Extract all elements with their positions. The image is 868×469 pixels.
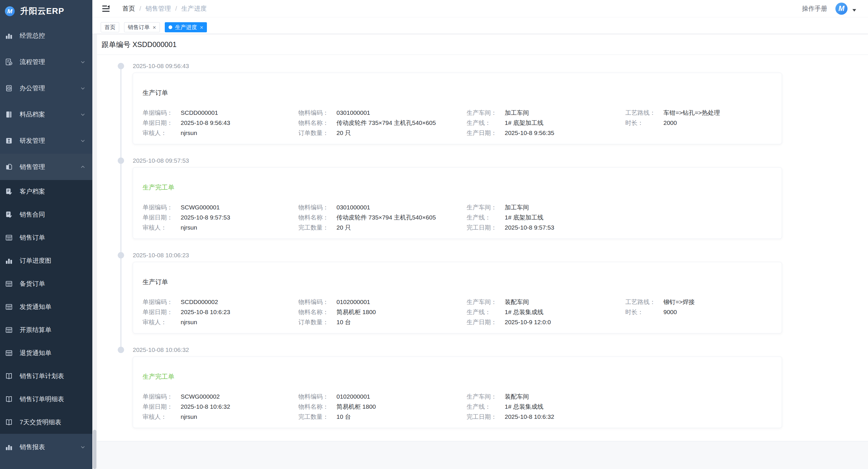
card-column: 工艺路线：铆钉=>焊接时长：9000 bbox=[625, 297, 771, 327]
field-value: 装配车间 bbox=[505, 299, 529, 305]
field-row: 生产车间：装配车间 bbox=[467, 392, 625, 402]
card-column: 单据编码：SCDD000002单据日期：2025-10-8 10:6:23审核人… bbox=[143, 297, 299, 327]
sidebar-item-invoice-settlement[interactable]: 开票结算单 bbox=[0, 318, 92, 342]
app-title: 升阳云ERP bbox=[20, 5, 64, 17]
field-row: 物料编码：0102000001 bbox=[299, 392, 467, 402]
sidebar-item-sales-contract[interactable]: 销售合同 bbox=[0, 203, 92, 226]
content: 跟单编号 XSDD000001 2025-10-08 09:56:43生产订单单… bbox=[92, 34, 868, 469]
tabs-bar: 首页销售订单×生产进度× bbox=[92, 17, 868, 34]
close-icon[interactable]: × bbox=[200, 25, 204, 30]
manual-link[interactable]: 操作手册 bbox=[802, 4, 827, 13]
tab-sales-order[interactable]: 销售订单× bbox=[124, 22, 160, 32]
field-label: 物料名称： bbox=[299, 212, 337, 222]
sidebar-item-sales-report[interactable]: 销售报表 bbox=[0, 434, 92, 460]
sidebar-item-sales-order[interactable]: 销售订单 bbox=[0, 226, 92, 249]
scrollbar-thumb[interactable] bbox=[93, 430, 96, 469]
field-label: 生产车间： bbox=[467, 202, 505, 212]
field-value: 10 台 bbox=[337, 413, 351, 420]
field-value: 0102000001 bbox=[337, 299, 370, 305]
process-doc-icon bbox=[5, 58, 13, 66]
sidebar-item-label: 销售报表 bbox=[20, 443, 80, 451]
content-panel: 跟单编号 XSDD000001 2025-10-08 09:56:43生产订单单… bbox=[92, 34, 868, 441]
materials-book-icon bbox=[5, 111, 13, 118]
field-label: 工艺路线： bbox=[625, 297, 663, 307]
sidebar-item-office-mgmt[interactable]: 办公管理 bbox=[0, 75, 92, 101]
sidebar: M 升阳云ERP 经营总控流程管理办公管理料品档案研发管理销售管理客户档案销售合… bbox=[0, 0, 92, 469]
breadcrumb-item[interactable]: 首页 bbox=[122, 4, 135, 13]
sidebar-item-sales-mgmt[interactable]: 销售管理 bbox=[0, 154, 92, 180]
field-label: 单据日期： bbox=[143, 212, 181, 222]
field-label: 完工日期： bbox=[467, 222, 505, 232]
card-column: 生产车间：装配车间生产线：1# 总装集成线生产日期：2025-10-9 12:0… bbox=[467, 297, 625, 327]
field-value: 2025-10-8 10:6:32 bbox=[505, 413, 554, 420]
breadcrumb-item[interactable]: 销售管理 bbox=[146, 4, 171, 13]
sidebar-item-delivery-7day-detail[interactable]: 7天交货明细表 bbox=[0, 411, 92, 434]
field-row: 单据日期：2025-10-8 10:6:32 bbox=[143, 402, 299, 412]
sidebar-item-customer-archive[interactable]: 客户档案 bbox=[0, 180, 92, 203]
sidebar-item-business-overview[interactable]: 经营总控 bbox=[0, 23, 92, 49]
field-row: 生产日期：2025-10-9 12:0:0 bbox=[467, 317, 625, 327]
tab-production-progress[interactable]: 生产进度× bbox=[165, 22, 207, 32]
timeline-dot-icon bbox=[118, 252, 124, 258]
field-value: 铆钉=>焊接 bbox=[663, 299, 695, 305]
field-label: 生产车间： bbox=[467, 107, 505, 118]
field-value: 加工车间 bbox=[505, 109, 529, 116]
app-logo-icon: M bbox=[5, 6, 15, 16]
breadcrumb-separator: / bbox=[175, 5, 177, 12]
field-row: 时长：2000 bbox=[625, 118, 771, 128]
field-label: 完工数量： bbox=[299, 412, 337, 422]
card-column: 单据编码：SCDD000001单据日期：2025-10-8 9:56:43审核人… bbox=[143, 107, 299, 138]
timeline-timestamp: 2025-10-08 10:06:23 bbox=[133, 251, 868, 259]
field-label: 单据日期： bbox=[143, 118, 181, 128]
card-column: 单据编码：SCWG000001单据日期：2025-10-8 9:57:53审核人… bbox=[143, 202, 299, 232]
app-logo[interactable]: M 升阳云ERP bbox=[0, 0, 92, 23]
sidebar-item-label: 销售订单计划表 bbox=[20, 372, 86, 380]
field-row: 单据日期：2025-10-8 9:57:53 bbox=[143, 212, 299, 222]
book-icon bbox=[5, 396, 13, 403]
card-detail-grid: 单据编码：SCWG000002单据日期：2025-10-8 10:6:32审核人… bbox=[143, 392, 771, 422]
field-label: 时长： bbox=[625, 307, 663, 317]
field-row: 生产线：1# 底架加工线 bbox=[467, 118, 625, 128]
field-row: 物料名称：传动皮轮件 735×794 主机孔540×605 bbox=[299, 118, 467, 128]
field-label: 生产线： bbox=[467, 118, 505, 128]
sidebar-item-return-notice[interactable]: 退货通知单 bbox=[0, 342, 92, 365]
field-row: 生产日期：2025-10-8 9:56:35 bbox=[467, 128, 625, 138]
caret-down-icon[interactable] bbox=[852, 9, 857, 12]
field-label: 生产线： bbox=[467, 402, 505, 412]
sidebar-item-materials-archive[interactable]: 料品档案 bbox=[0, 101, 92, 127]
timeline-dot-icon bbox=[118, 347, 124, 353]
field-value: 2025-10-8 9:56:35 bbox=[505, 129, 554, 136]
sidebar-item-process-mgmt[interactable]: 流程管理 bbox=[0, 49, 92, 75]
sidebar-item-shipping-notice[interactable]: 发货通知单 bbox=[0, 295, 92, 318]
close-icon[interactable]: × bbox=[153, 25, 156, 30]
sidebar-item-rd-mgmt[interactable]: 研发管理 bbox=[0, 127, 92, 154]
field-row: 订单数量：20 只 bbox=[299, 128, 467, 138]
scrollbar-track bbox=[92, 34, 97, 469]
timeline-item: 2025-10-08 09:56:43生产订单单据编码：SCDD000001单据… bbox=[92, 62, 868, 144]
field-label: 物料名称： bbox=[299, 118, 337, 128]
field-value: 车钳=>钻孔=>热处理 bbox=[663, 109, 720, 116]
sidebar-collapse-icon[interactable] bbox=[101, 4, 110, 13]
card-column: 物料编码：0301000001物料名称：传动皮轮件 735×794 主机孔540… bbox=[299, 107, 467, 138]
field-value: SCDD000001 bbox=[181, 109, 218, 116]
sidebar-item-sales-order-detail[interactable]: 销售订单明细表 bbox=[0, 388, 92, 411]
sidebar-item-stock-order[interactable]: 备货订单 bbox=[0, 272, 92, 295]
field-label: 审核人： bbox=[143, 222, 181, 232]
sidebar-item-sales-order-plan[interactable]: 销售订单计划表 bbox=[0, 365, 92, 388]
field-label: 单据编码： bbox=[143, 392, 181, 402]
field-row: 订单数量：10 台 bbox=[299, 317, 467, 327]
timeline-timestamp: 2025-10-08 10:06:32 bbox=[133, 346, 868, 354]
field-value: 装配车间 bbox=[505, 393, 529, 400]
field-value: 简易机柜 1800 bbox=[337, 309, 376, 315]
table-icon bbox=[5, 326, 13, 334]
field-label: 生产线： bbox=[467, 307, 505, 317]
sidebar-item-label: 销售订单 bbox=[20, 233, 86, 242]
sidebar-item-order-progress-chart[interactable]: 订单进度图 bbox=[0, 249, 92, 272]
sidebar-item-label: 订单进度图 bbox=[20, 256, 86, 265]
avatar[interactable]: M bbox=[835, 3, 847, 15]
field-row: 单据日期：2025-10-8 10:6:23 bbox=[143, 307, 299, 317]
tab-home[interactable]: 首页 bbox=[101, 22, 119, 32]
card-column: 生产车间：加工车间生产线：1# 底架加工线生产日期：2025-10-8 9:56… bbox=[467, 107, 625, 138]
field-label: 完工数量： bbox=[299, 222, 337, 232]
field-label: 订单数量： bbox=[299, 317, 337, 327]
